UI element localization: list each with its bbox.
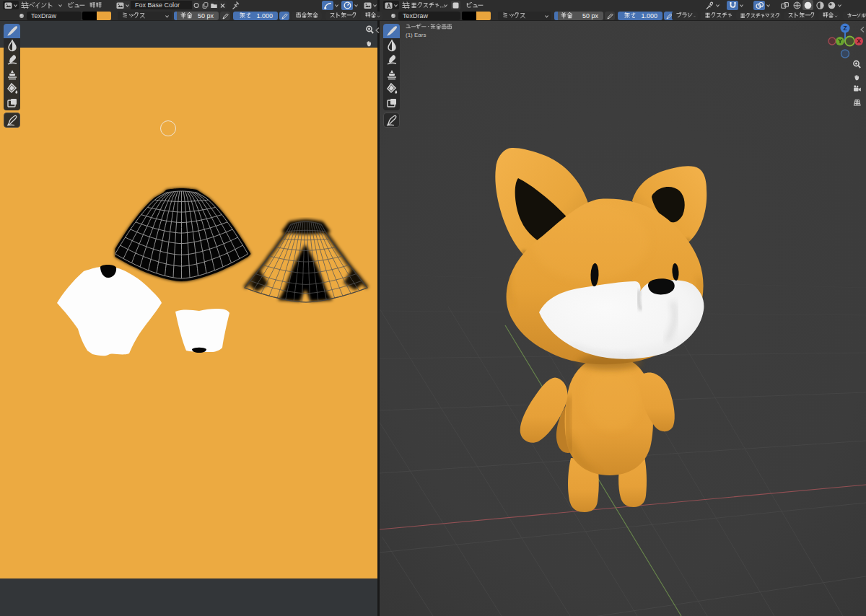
svg-text:Y: Y <box>838 38 842 45</box>
svg-text:X: X <box>857 38 861 45</box>
svg-text:Z: Z <box>843 25 847 32</box>
